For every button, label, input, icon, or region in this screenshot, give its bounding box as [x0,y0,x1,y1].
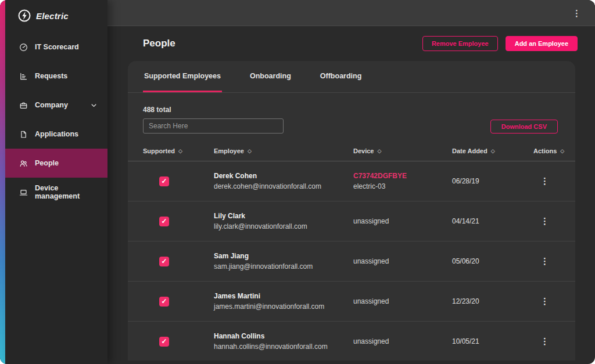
employee-name: Hannah Collins [214,332,353,340]
employee-email: james.martini@innovationforall.com [214,302,353,311]
laptop-icon [19,188,28,197]
table-row: ✓James Martinijames.martini@innovationfo… [128,282,575,322]
sort-icon[interactable]: ◇ [491,148,495,154]
column-label: Employee [214,147,244,154]
employee-name: Derek Cohen [214,172,353,180]
header-actions: Remove Employee Add an Employee [422,36,578,51]
remove-employee-button[interactable]: Remove Employee [422,36,498,51]
supported-checkbox[interactable]: ✓ [159,217,169,226]
date-added: 05/06/20 [452,257,533,265]
topbar: ⋮ [107,0,595,26]
search-input[interactable] [143,118,284,134]
employee-name: Sam Jiang [214,252,353,260]
add-employee-button[interactable]: Add an Employee [506,36,578,51]
sidebar-item-label: Requests [35,72,67,80]
table-header-row: Supported◇Employee◇Device◇Date Added◇Act… [128,140,575,161]
total-count: 488 total [143,106,284,114]
employee-email: derek.cohen@innovationforall.com [214,182,353,190]
sidebar-item-label: Device management [35,184,98,200]
supported-checkbox[interactable]: ✓ [159,257,169,266]
main-area: ⋮ People Remove Employee Add an Employee… [107,0,595,364]
people-card: Supported EmployeesOnboardingOffboarding… [128,61,575,361]
sidebar-item-requests[interactable]: Requests [5,62,107,91]
brand-name: Electric [36,11,69,21]
employee-name: James Martini [214,292,353,300]
tab-offboarding[interactable]: Offboarding [319,61,363,92]
device-name: electric-03 [353,182,452,190]
device-unassigned: unassigned [353,217,452,225]
sidebar-item-device-management[interactable]: Device management [5,178,107,207]
column-header-employee[interactable]: Employee◇ [214,147,353,154]
sidebar-item-label: IT Scorecard [35,43,79,51]
topbar-kebab-menu-icon[interactable]: ⋮ [572,9,581,17]
table-body: ✓Derek Cohenderek.cohen@innovationforall… [128,161,575,361]
device-unassigned: unassigned [353,337,452,345]
sidebar: Electric IT ScorecardRequestsCompanyAppl… [5,0,107,364]
sidebar-item-company[interactable]: Company [5,91,107,120]
table-controls: 488 total Download CSV [128,93,575,140]
briefcase-icon [19,101,28,110]
device-unassigned: unassigned [353,257,452,265]
row-actions-kebab-icon[interactable]: ⋮ [540,216,549,226]
tab-bar: Supported EmployeesOnboardingOffboarding [128,61,575,93]
document-icon [19,130,28,139]
sidebar-item-label: Company [35,101,68,109]
sort-icon[interactable]: ◇ [377,148,381,154]
sort-icon[interactable]: ◇ [248,148,252,154]
sort-icon[interactable]: ◇ [178,148,182,154]
supported-checkbox[interactable]: ✓ [159,176,169,186]
row-actions-kebab-icon[interactable]: ⋮ [540,256,549,266]
sidebar-item-applications[interactable]: Applications [5,120,107,149]
column-header-device[interactable]: Device◇ [353,147,452,154]
column-label: Actions [533,147,557,154]
date-added: 04/14/21 [452,217,533,225]
date-added: 10/05/21 [452,337,533,345]
brand-logo: Electric [5,0,107,30]
date-added: 12/23/20 [452,297,533,305]
column-label: Date Added [452,147,488,154]
row-actions-kebab-icon[interactable]: ⋮ [540,336,549,346]
table-row: ✓Derek Cohenderek.cohen@innovationforall… [128,161,575,201]
row-actions-kebab-icon[interactable]: ⋮ [540,296,549,306]
row-actions-kebab-icon[interactable]: ⋮ [540,176,549,186]
electric-bolt-icon [18,9,31,22]
chevron-down-icon[interactable] [89,101,98,110]
sidebar-item-people[interactable]: People [5,149,107,178]
column-header-supported[interactable]: Supported◇ [143,147,214,154]
table-row: ✓Lily Clarklily.clark@innovationforall.c… [128,201,575,242]
column-header-date-added[interactable]: Date Added◇ [452,147,533,154]
tab-supported-employees[interactable]: Supported Employees [143,61,222,92]
gauge-icon [19,43,28,52]
sidebar-item-label: Applications [35,130,78,138]
page-title: People [143,38,175,49]
device-id-link[interactable]: C73742DGFBYE [353,172,452,180]
sidebar-item-label: People [35,159,59,167]
date-added: 06/28/19 [452,177,533,185]
sort-icon[interactable]: ◇ [560,148,564,154]
column-header-actions[interactable]: Actions◇ [533,147,569,154]
table-row: ✓Hannah Collinshannah.collins@innovation… [128,322,575,361]
tab-onboarding[interactable]: Onboarding [249,61,292,92]
employee-email: lily.clark@innovationforall.com [214,222,353,230]
supported-checkbox[interactable]: ✓ [159,297,169,307]
column-label: Device [353,147,374,154]
page-header: People Remove Employee Add an Employee [107,26,595,61]
controls-right: Download CSV [490,120,558,134]
employee-email: sam.jiang@innovationforall.com [214,262,353,271]
column-label: Supported [143,147,175,154]
sidebar-item-it-scorecard[interactable]: IT Scorecard [5,33,107,62]
controls-left: 488 total [143,106,284,134]
supported-checkbox[interactable]: ✓ [159,337,169,347]
employee-name: Lily Clark [214,212,353,220]
device-unassigned: unassigned [353,297,452,305]
chart-icon [19,72,28,81]
download-csv-button[interactable]: Download CSV [490,120,558,134]
people-icon [19,159,28,168]
table-row: ✓Sam Jiangsam.jiang@innovationforall.com… [128,242,575,282]
employee-email: hannah.collins@innovationforall.com [214,343,353,351]
sidebar-nav: IT ScorecardRequestsCompanyApplicationsP… [5,33,107,207]
app-window: Electric IT ScorecardRequestsCompanyAppl… [0,0,595,364]
